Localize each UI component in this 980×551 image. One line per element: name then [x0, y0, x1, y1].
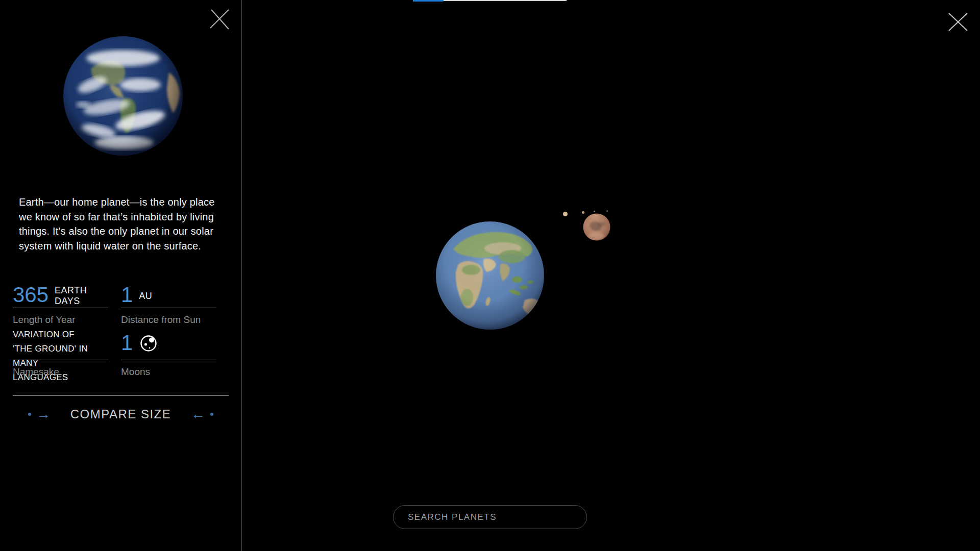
divider: [121, 360, 216, 360]
planet-description: Earth—our home planet—is the only place …: [19, 195, 228, 253]
stat-label: Length of Year: [13, 314, 108, 325]
mars-planet[interactable]: [583, 213, 610, 241]
close-icon: [208, 8, 231, 30]
compare-left-dot: [28, 413, 31, 416]
moon-icon: [140, 335, 157, 352]
planet-info-sidebar: Earth—our home planet—is the only place …: [0, 0, 242, 551]
stat-namesake: VARIATION OF 'THE GROUND' IN MANY LANGUA…: [13, 326, 108, 378]
stat-unit: AU: [139, 291, 152, 302]
search-planets-input[interactable]: [393, 505, 587, 529]
stat-label: Moons: [121, 366, 216, 378]
compare-size-label[interactable]: COMPARE SIZE: [70, 407, 172, 421]
stat-value: 1: [121, 284, 133, 306]
stat-value: 365: [13, 284, 48, 306]
compare-arrow-right-icon[interactable]: →: [36, 407, 51, 421]
top-progress-bar-active: [413, 0, 444, 2]
stat-value: 1: [121, 332, 133, 354]
sidebar-close-button[interactable]: [208, 8, 231, 30]
view-close-button[interactable]: [948, 12, 968, 32]
compare-arrow-left-icon[interactable]: ←: [191, 407, 205, 421]
compare-right-dot: [210, 413, 213, 416]
stat-length-of-year: 365 EARTH DAYS Length of Year: [13, 282, 108, 325]
stat-moons: 1 Moons: [121, 326, 216, 378]
small-body-dot[interactable]: [563, 212, 568, 216]
close-icon: [948, 12, 968, 32]
divider: [121, 308, 216, 308]
stat-unit: EARTH DAYS: [55, 285, 108, 307]
top-progress-bar-track: [444, 0, 567, 1]
small-body-dot: [594, 211, 595, 212]
search-planets-container: [393, 505, 587, 529]
small-body-dot[interactable]: [582, 211, 584, 214]
compare-size-row: → COMPARE SIZE ←: [13, 405, 229, 424]
section-divider: [13, 395, 229, 396]
earth-globe[interactable]: [435, 221, 545, 330]
divider: [13, 308, 108, 308]
small-body-dot: [606, 210, 608, 212]
earth-photo: [63, 36, 183, 156]
stat-label: Distance from Sun: [121, 314, 216, 325]
stat-distance-from-sun: 1 AU Distance from Sun: [121, 282, 216, 325]
